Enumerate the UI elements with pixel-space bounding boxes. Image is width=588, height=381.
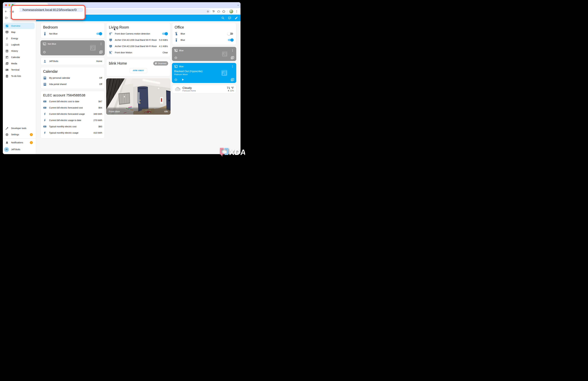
- tab-search-chevron-icon[interactable]: [237, 4, 240, 7]
- not-blue-toggle[interactable]: [96, 33, 102, 35]
- hammer-icon: [5, 127, 9, 130]
- power-icon[interactable]: [174, 56, 178, 60]
- entity-state: 4.1 KiB/s: [159, 45, 168, 47]
- entity-name: Blue: [181, 39, 225, 41]
- back-icon[interactable]: [4, 10, 7, 13]
- entity-name: Xda portal shared: [49, 83, 97, 85]
- entity-row-motion-detection[interactable]: Front door Camera motion detection: [106, 31, 170, 37]
- mouse-cursor: [114, 28, 116, 31]
- weather-condition: Cloudy: [183, 86, 225, 90]
- office-blue-toggle-on[interactable]: [228, 39, 233, 41]
- media-browser-icon[interactable]: [231, 78, 234, 81]
- browser-menu-icon[interactable]: [235, 10, 238, 13]
- camera-card[interactable]: WELCOME: [106, 78, 170, 115]
- passwords-icon[interactable]: [212, 10, 215, 13]
- media-menu-icon[interactable]: [100, 42, 103, 45]
- map-icon: [5, 31, 9, 34]
- media-menu-icon[interactable]: [231, 65, 234, 68]
- sidebar-item-label: Developer tools: [11, 127, 35, 129]
- close-window-button[interactable]: [5, 4, 7, 6]
- entity-row-elec-cost-to-date[interactable]: Current bill electric cost to date $47: [41, 98, 105, 105]
- sidebar-item-notifications[interactable]: Notifications 1: [3, 139, 35, 146]
- motion-sensor-icon: [109, 32, 112, 36]
- remote-icon: [43, 32, 47, 36]
- xda-logo-text: XDA: [229, 148, 245, 156]
- sidebar-item-overview[interactable]: Overview: [3, 23, 35, 29]
- entity-row-elec-usage-to-date[interactable]: Current bill electric usage to date 270 …: [41, 117, 105, 123]
- dashboard-column-3: Office Blue Blue: [172, 23, 236, 93]
- edit-dashboard-pencil-icon[interactable]: [235, 16, 238, 20]
- entity-row-elec-forecast-cost[interactable]: Current bill electric forecasted cost $6…: [41, 105, 105, 111]
- search-icon[interactable]: [221, 16, 225, 20]
- sidebar-item-settings[interactable]: Settings 2: [3, 131, 35, 138]
- sidebar-item-developer-tools[interactable]: Developer tools: [3, 125, 35, 131]
- bedroom-media-player-card[interactable]: Not Blue: [41, 40, 105, 55]
- sidebar-item-logbook[interactable]: Logbook: [3, 41, 35, 48]
- entity-row-not-blue-remote[interactable]: Not Blue: [41, 31, 105, 37]
- person-state: Home: [96, 60, 102, 62]
- sidebar-item-todo-lists[interactable]: To-do lists: [3, 73, 35, 79]
- office-media-player-idle-card[interactable]: Blue: [172, 47, 236, 61]
- entity-name: Archer C54 AC1200 Dual Band Wi-Fi Router…: [115, 39, 157, 41]
- entity-row-typical-cost[interactable]: Typical monthly electric cost $60: [41, 123, 105, 130]
- play-icon[interactable]: [181, 78, 185, 81]
- sidebar-item-media[interactable]: Media: [3, 60, 35, 67]
- sidebar-item-label: History: [11, 50, 35, 52]
- entity-row-office-blue-off[interactable]: Blue: [172, 31, 236, 37]
- entity-row-personal-calendar[interactable]: My personal calendar Off: [41, 75, 105, 81]
- entity-name: My personal calendar: [49, 77, 97, 79]
- entity-row-router-download[interactable]: Archer C54 AC1200 Dual Band Wi-Fi Router…: [106, 37, 170, 43]
- entity-name: Front door Motion: [115, 51, 160, 54]
- entity-name: Not Blue: [49, 32, 94, 35]
- remote-icon: [175, 38, 178, 42]
- bedroom-card: Bedroom Not Blue: [41, 23, 105, 39]
- router-icon: [109, 44, 112, 48]
- entity-row-person[interactable]: Jeff Butts Home: [41, 57, 105, 65]
- extensions-icon[interactable]: [222, 10, 225, 13]
- media-browser-icon[interactable]: [231, 56, 234, 60]
- sidebar-item-label: Notifications: [11, 141, 27, 144]
- entity-row-router-upload[interactable]: Archer C54 AC1200 Dual Band Wi-Fi Router…: [106, 43, 170, 49]
- office-blue-toggle-off[interactable]: [228, 33, 233, 35]
- toolbar-divider: [227, 10, 227, 13]
- entity-name: Typical monthly electric cost: [49, 125, 96, 128]
- power-icon[interactable]: [174, 78, 178, 81]
- assist-chat-icon[interactable]: [228, 16, 231, 20]
- calendar-icon: [43, 76, 47, 80]
- camera-name: Front door: [109, 110, 164, 113]
- media-artist: Platinum Moon: [174, 73, 234, 76]
- entity-state: $47: [99, 100, 102, 103]
- weather-card[interactable]: Cloudy Forecast Home 71 °F 22%: [172, 85, 236, 93]
- presence-card: Jeff Butts Home: [41, 57, 105, 65]
- bell-icon: [5, 141, 9, 144]
- sidebar-item-calendar[interactable]: Calendar: [3, 54, 35, 60]
- sidebar-toggle-icon[interactable]: [5, 16, 8, 20]
- sidebar-item-energy[interactable]: Energy: [3, 35, 35, 41]
- sidebar-item-terminal[interactable]: Terminal: [3, 67, 35, 73]
- camera-status: Idle: [164, 110, 168, 113]
- motion-sensor-off-icon: [109, 51, 112, 54]
- entity-state: Off: [99, 77, 102, 79]
- arm-away-button[interactable]: ARM AWAY: [130, 68, 147, 73]
- entity-row-front-door-motion[interactable]: Front door Motion Clear: [106, 49, 170, 56]
- sidebar-item-map[interactable]: Map: [3, 29, 35, 35]
- media-browser-icon[interactable]: [99, 50, 103, 54]
- entity-row-xda-calendar[interactable]: Xda portal shared Off: [41, 81, 105, 87]
- sidebar-user[interactable]: JB Jeff Butts: [3, 146, 36, 154]
- entity-state: 5.0 KiB/s: [159, 39, 168, 41]
- bookmark-star-icon[interactable]: [207, 10, 209, 13]
- entity-state: 349 kWh: [93, 113, 102, 115]
- logbook-icon: [5, 43, 9, 46]
- entity-row-typical-usage[interactable]: Typical monthly electric usage 410 kWh: [41, 130, 105, 136]
- browser-profile-avatar[interactable]: [229, 9, 233, 14]
- entity-row-elec-forecast-usage[interactable]: Current bill electric forecasted usage 3…: [41, 111, 105, 117]
- media-menu-icon[interactable]: [231, 49, 234, 52]
- media-icon: [5, 62, 9, 65]
- power-icon[interactable]: [43, 50, 46, 54]
- office-media-player-playing-card[interactable]: Blue Blacked Out (Hypocrite) Platinum Mo…: [172, 63, 236, 83]
- motion-detection-toggle[interactable]: [162, 33, 168, 35]
- minimize-window-button[interactable]: [8, 4, 10, 6]
- cloud-sync-icon[interactable]: [217, 10, 220, 13]
- entity-row-office-blue-on[interactable]: Blue: [172, 37, 236, 43]
- sidebar-item-history[interactable]: History: [3, 48, 35, 54]
